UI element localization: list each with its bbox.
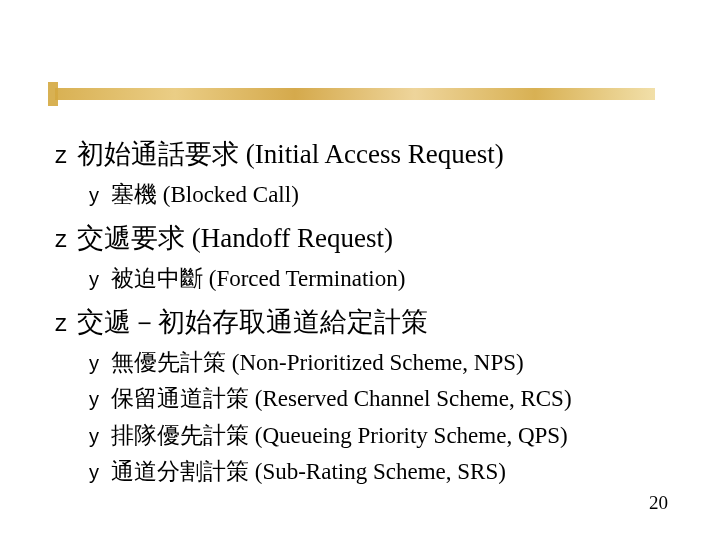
item-text: 無優先計策 (Non-Prioritized Scheme, NPS) [111, 350, 524, 375]
bullet-icon [55, 139, 77, 171]
item-text: 通道分割計策 (Sub-Rating Scheme, SRS) [111, 459, 506, 484]
item-text: 排隊優先計策 (Queueing Priority Scheme, QPS) [111, 423, 568, 448]
item-text: 初始通話要求 (Initial Access Request) [77, 139, 504, 169]
item-text: 保留通道計策 (Reserved Channel Scheme, RCS) [111, 386, 572, 411]
list-item: 塞機 (Blocked Call) [89, 178, 675, 211]
list-item: 排隊優先計策 (Queueing Priority Scheme, QPS) [89, 419, 675, 452]
page-number: 20 [649, 492, 668, 514]
slide: 初始通話要求 (Initial Access Request) 塞機 (Bloc… [0, 0, 720, 540]
item-text: 交遞要求 (Handoff Request) [77, 223, 393, 253]
list-item: 初始通話要求 (Initial Access Request) [55, 136, 675, 172]
bullet-icon [89, 385, 111, 414]
content-body: 初始通話要求 (Initial Access Request) 塞機 (Bloc… [55, 128, 675, 491]
list-item: 交遞要求 (Handoff Request) [55, 220, 675, 256]
item-text: 塞機 (Blocked Call) [111, 182, 299, 207]
accent-line [55, 88, 655, 100]
list-item: 保留通道計策 (Reserved Channel Scheme, RCS) [89, 382, 675, 415]
bullet-icon [89, 181, 111, 210]
bullet-icon [55, 223, 77, 255]
list-item: 無優先計策 (Non-Prioritized Scheme, NPS) [89, 346, 675, 379]
bullet-icon [89, 458, 111, 487]
bullet-icon [55, 307, 77, 339]
bullet-icon [89, 349, 111, 378]
list-item: 被迫中斷 (Forced Termination) [89, 262, 675, 295]
item-text: 交遞－初始存取通道給定計策 [77, 307, 428, 337]
list-item: 通道分割計策 (Sub-Rating Scheme, SRS) [89, 455, 675, 488]
item-text: 被迫中斷 (Forced Termination) [111, 266, 405, 291]
bullet-icon [89, 265, 111, 294]
bullet-icon [89, 422, 111, 451]
list-item: 交遞－初始存取通道給定計策 [55, 304, 675, 340]
